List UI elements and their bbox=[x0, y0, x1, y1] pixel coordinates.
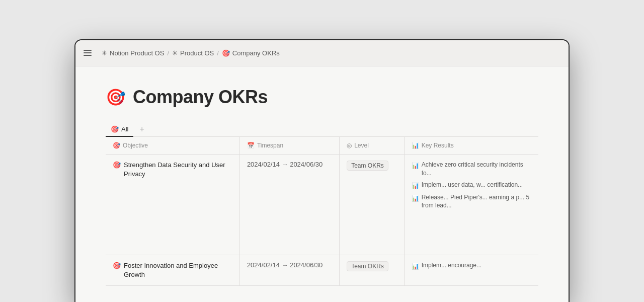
row2-key-results-cell: 📊 Implem... encourage... bbox=[404, 255, 538, 286]
col-header-key-results: 📊 Key Results bbox=[404, 137, 538, 155]
key-results-col-icon: 📊 bbox=[412, 142, 419, 149]
row1-objective-icon: 🎯 bbox=[113, 161, 121, 169]
row2-objective-text[interactable]: Foster Innovation and Employee Growth bbox=[124, 261, 232, 279]
breadcrumb-notion-product-os[interactable]: ✳ Notion Product OS bbox=[102, 49, 164, 57]
objective-col-icon: 🎯 bbox=[113, 142, 120, 149]
row1-level-cell: Team OKRs bbox=[340, 155, 404, 255]
breadcrumb-company-okrs[interactable]: 🎯 Company OKRs bbox=[222, 49, 280, 57]
page-title: Company OKRs bbox=[133, 87, 268, 108]
row1-kr1-icon: 📊 bbox=[412, 161, 419, 170]
row1-kr-3: 📊 Release... Pied Piper's... earning a p… bbox=[412, 193, 531, 210]
row2-objective-link[interactable]: Foster Innovation and Employee Growth bbox=[124, 262, 218, 278]
breadcrumb-separator-2: / bbox=[217, 49, 219, 57]
row1-key-results: 📊 Achieve zero critical security inciden… bbox=[412, 161, 531, 210]
breadcrumb-separator-1: / bbox=[167, 49, 169, 57]
level-col-label: Level bbox=[354, 142, 369, 149]
row2-objective-icon: 🎯 bbox=[113, 262, 121, 269]
page-header: 🎯 Company OKRs bbox=[106, 87, 538, 108]
title-bar: ✳ Notion Product OS / ✳ Product OS / 🎯 C… bbox=[75, 40, 569, 66]
row1-kr2-text: Implem... user data, w... certification.… bbox=[422, 181, 523, 189]
row2-kr-1: 📊 Implem... encourage... bbox=[412, 261, 531, 271]
row2-level-badge: Team OKRs bbox=[347, 261, 388, 271]
row2-level-cell: Team OKRs bbox=[340, 255, 404, 286]
product-os-icon: ✳ bbox=[172, 49, 178, 57]
row2-timespan: 2024/02/14 → 2024/06/30 bbox=[247, 261, 323, 269]
row1-key-results-cell: 📊 Achieve zero critical security inciden… bbox=[404, 155, 538, 255]
timespan-col-icon: 📅 bbox=[247, 142, 255, 149]
breadcrumb-notion-product-os-label: Notion Product OS bbox=[110, 49, 164, 57]
col-header-level: ◎ Level bbox=[340, 137, 404, 155]
device-frame: ✳ Notion Product OS / ✳ Product OS / 🎯 C… bbox=[75, 40, 569, 302]
menu-icon[interactable] bbox=[84, 49, 96, 58]
col-header-timespan: 📅 Timespan bbox=[239, 137, 339, 155]
tab-all[interactable]: 🎯 All bbox=[106, 122, 133, 137]
row1-kr3-icon: 📊 bbox=[412, 194, 419, 203]
row2-timespan-cell: 2024/02/14 → 2024/06/30 bbox=[239, 255, 339, 286]
company-okrs-icon: 🎯 bbox=[222, 49, 230, 57]
breadcrumb-product-os[interactable]: ✳ Product OS bbox=[172, 49, 214, 57]
row1-kr-2: 📊 Implem... user data, w... certificatio… bbox=[412, 181, 531, 190]
objective-col-label: Objective bbox=[123, 142, 148, 149]
row2-kr1-icon: 📊 bbox=[412, 262, 419, 271]
row1-objective-text[interactable]: Strengthen Data Security and User Privac… bbox=[124, 161, 232, 179]
notion-product-os-icon: ✳ bbox=[102, 49, 107, 57]
tab-all-label: All bbox=[121, 125, 128, 133]
row1-kr2-icon: 📊 bbox=[412, 181, 419, 190]
row2-key-results: 📊 Implem... encourage... bbox=[412, 261, 531, 271]
svg-rect-2 bbox=[84, 55, 92, 56]
row1-objective-link[interactable]: Strengthen Data Security and User Privac… bbox=[124, 161, 225, 178]
tabs-bar: 🎯 All + bbox=[106, 122, 538, 137]
header-row: 🎯 Objective 📅 Timespan bbox=[106, 137, 538, 155]
row1-timespan-cell: 2024/02/14 → 2024/06/30 bbox=[239, 155, 339, 255]
okrs-table: 🎯 Objective 📅 Timespan bbox=[106, 137, 538, 286]
key-results-col-label: Key Results bbox=[422, 142, 454, 149]
level-col-icon: ◎ bbox=[347, 142, 352, 149]
row1-objective-cell: 🎯 Strengthen Data Security and User Priv… bbox=[106, 155, 239, 255]
svg-rect-1 bbox=[84, 52, 92, 53]
table-container: 🎯 Objective 📅 Timespan bbox=[106, 137, 538, 286]
tab-all-icon: 🎯 bbox=[111, 125, 119, 133]
breadcrumb: ✳ Notion Product OS / ✳ Product OS / 🎯 C… bbox=[102, 49, 280, 57]
table-body: 🎯 Strengthen Data Security and User Priv… bbox=[106, 155, 538, 286]
svg-rect-0 bbox=[84, 50, 92, 51]
tab-add-button[interactable]: + bbox=[135, 122, 148, 137]
row1-timespan: 2024/02/14 → 2024/06/30 bbox=[247, 161, 323, 168]
table-header: 🎯 Objective 📅 Timespan bbox=[106, 137, 538, 155]
col-header-objective: 🎯 Objective bbox=[106, 137, 239, 155]
row1-level-badge: Team OKRs bbox=[347, 161, 388, 171]
row1-kr1-text: Achieve zero critical security incidents… bbox=[422, 161, 531, 178]
table-row: 🎯 Strengthen Data Security and User Priv… bbox=[106, 155, 538, 255]
row2-objective-cell: 🎯 Foster Innovation and Employee Growth bbox=[106, 255, 239, 286]
row1-kr-1: 📊 Achieve zero critical security inciden… bbox=[412, 161, 531, 178]
breadcrumb-company-okrs-label: Company OKRs bbox=[232, 49, 280, 57]
row1-kr3-text: Release... Pied Piper's... earning a p..… bbox=[422, 193, 531, 210]
table-row: 🎯 Foster Innovation and Employee Growth … bbox=[106, 255, 538, 286]
timespan-col-label: Timespan bbox=[257, 142, 283, 149]
page-content: 🎯 Company OKRs 🎯 All + 🎯 Objective bbox=[75, 66, 569, 302]
row2-kr1-text: Implem... encourage... bbox=[422, 261, 481, 270]
page-header-icon: 🎯 bbox=[106, 88, 126, 107]
breadcrumb-product-os-label: Product OS bbox=[180, 49, 214, 57]
